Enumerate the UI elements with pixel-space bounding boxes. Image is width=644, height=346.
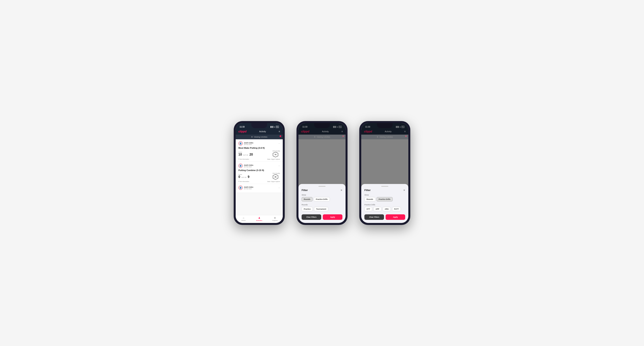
status-icons-1: ▐▐▐ ▲ 51 (270, 126, 279, 128)
filter-title-3: Filter (364, 189, 371, 192)
sheet-handle-3 (381, 186, 388, 187)
user-date-2: 28 Feb 2023 (244, 166, 253, 168)
header-title-1: Activity (259, 130, 266, 133)
viewing-bar-1[interactable]: ⚙ Viewing Activities (236, 135, 283, 139)
sheet-header-2: Filter ✕ (302, 189, 342, 192)
bottom-nav-1: ⌂ Home ♟ Activities ⊕ Capture (236, 215, 283, 223)
content-1: 👤 Josh Coles 28 Feb 2023 ··· Must Make P… (236, 139, 283, 215)
show-buttons-3: Rounds Practice Drills (364, 197, 405, 201)
avatar-3: 👤 (238, 185, 243, 190)
score-label-1: Score (238, 152, 253, 153)
filter-overlay-2: Filter ✕ Show Rounds Practice Drills Rou… (298, 123, 346, 223)
user-date-3: 28 Feb 2023 (244, 188, 253, 189)
score-label-2: Score (238, 174, 250, 175)
nav-capture-1[interactable]: ⊕ Capture (267, 216, 283, 221)
apply-btn-2[interactable]: Apply (323, 214, 342, 220)
filter-sheet-3: Filter ✕ Show Rounds Practice Drills Pra… (361, 184, 408, 223)
rounds-label-2: Rounds (302, 204, 342, 206)
more-icon-1[interactable]: ··· (278, 143, 280, 145)
rounds-show-btn-3[interactable]: Rounds (364, 197, 375, 201)
tournament-btn-2[interactable]: Tournament (314, 207, 328, 211)
data-source-1: Data: Clippd Capture (267, 159, 280, 160)
user-info-1: 👤 Josh Coles 28 Feb 2023 (238, 141, 253, 146)
user-date-1: 28 Feb 2023 (244, 144, 253, 145)
drills-buttons-3: OTT APP ARG PUTT (364, 207, 405, 211)
wifi-icon: ▲ (274, 126, 275, 128)
show-buttons-2: Rounds Practice Drills (302, 197, 342, 201)
sheet-handle-2 (318, 186, 326, 187)
quality-badge-1: 75 (272, 152, 278, 158)
status-time-1: 11:33 (240, 126, 245, 128)
practice-btn-2[interactable]: Practice (302, 207, 313, 211)
filter-title-2: Filter (302, 189, 308, 192)
activities-icon-1: ♟ (258, 216, 260, 219)
nav-activities-1[interactable]: ♟ Activities (251, 216, 267, 221)
activities-label-1: Activities (256, 220, 262, 221)
more-icon-3[interactable]: ··· (278, 187, 280, 189)
data-source-2: Data: Clippd Capture (267, 181, 280, 182)
outof-value-2: 9 (248, 175, 250, 179)
more-icon-2[interactable]: ··· (278, 165, 280, 167)
ott-btn-3[interactable]: OTT (364, 207, 372, 211)
home-label-1: Home (241, 220, 246, 221)
logo-1: clippd (238, 130, 246, 133)
clear-filters-btn-2[interactable]: Clear Filters (302, 214, 321, 220)
practice-drills-show-btn-3[interactable]: Practice Drills (376, 197, 393, 201)
activity-title-1: Must Make Putting (3-6 ft) (238, 147, 280, 149)
activity-title-2: Putting Combine (3-15 ft) (238, 169, 280, 172)
outof-label-2: OUT OF (241, 177, 246, 178)
user-name-1: Josh Coles (244, 142, 253, 144)
status-bar-1: 11:33 ▐▐▐ ▲ 51 (236, 123, 283, 129)
show-label-2: Show (302, 194, 342, 196)
sheet-actions-3: Clear Filters Apply (364, 214, 405, 220)
close-filter-3[interactable]: ✕ (403, 189, 405, 192)
avatar-2: 👤 (238, 164, 243, 168)
activity-card-1: 👤 Josh Coles 28 Feb 2023 ··· Must Make P… (236, 139, 283, 162)
quality-badge-2: 45 (272, 174, 278, 180)
filter-overlay-3: Filter ✕ Show Rounds Practice Drills Pra… (361, 123, 408, 223)
sheet-actions-2: Clear Filters Apply (302, 214, 342, 220)
practice-drills-show-btn-2[interactable]: Practice Drills (314, 197, 330, 201)
signal-icon: ▐▐▐ (270, 126, 273, 128)
score-value-2: 0 (238, 175, 240, 179)
phone-2: 11:33 ▐▐▐ ▲ 51 clippd Activity ≡ ⚙ Viewi… (296, 121, 348, 225)
sheet-header-3: Filter ✕ (364, 189, 405, 192)
capture-label-1: Capture (272, 220, 278, 221)
nav-home-1[interactable]: ⌂ Home (236, 216, 251, 221)
rounds-show-btn-2[interactable]: Rounds (302, 197, 312, 201)
quality-label-2: Shot Quality (272, 173, 280, 174)
battery-icon: 51 (276, 126, 279, 128)
phone-1: 11:33 ▐▐▐ ▲ 51 clippd Activity ≡ ⚙ Viewi… (234, 121, 285, 225)
apply-btn-3[interactable]: Apply (386, 214, 405, 220)
user-name-2: Josh Coles (244, 164, 253, 166)
avatar-1: 👤 (238, 141, 243, 146)
show-label-3: Show (364, 194, 405, 196)
home-icon-1: ⌂ (243, 216, 244, 219)
test-info-2: ℹ Test Information (238, 181, 249, 182)
notification-dot-1 (280, 135, 281, 137)
menu-icon-1[interactable]: ≡ (279, 130, 280, 133)
score-value-1: 10 (238, 153, 242, 156)
app-btn-3[interactable]: APP (374, 207, 382, 211)
activity-card-3-partial: 👤 Josh Coles 28 Feb 2023 ··· (236, 184, 283, 193)
test-info-1: ℹ Test Information (238, 158, 249, 160)
close-filter-2[interactable]: ✕ (340, 189, 342, 192)
filter-sheet-2: Filter ✕ Show Rounds Practice Drills Rou… (298, 184, 346, 223)
user-info-3: 👤 Josh Coles 28 Feb 2023 (238, 185, 253, 190)
practice-drills-label-3: Practice Drills (364, 204, 405, 206)
scene: 11:33 ▐▐▐ ▲ 51 clippd Activity ≡ ⚙ Viewi… (222, 109, 422, 237)
filter-icon-1: ⚙ (251, 136, 253, 138)
outof-value-1: 20 (250, 153, 253, 156)
outof-label-1: OUT OF (243, 154, 248, 156)
app-header-1: clippd Activity ≡ (236, 129, 283, 135)
clear-filters-btn-3[interactable]: Clear Filters (364, 214, 384, 220)
phone-3: 11:33 ▐▐▐ ▲ 51 clippd Activity ≡ ⚙ Viewi… (359, 121, 410, 225)
rounds-buttons-2: Practice Tournament (302, 207, 342, 211)
putt-btn-3[interactable]: PUTT (392, 207, 401, 211)
activity-card-2: 👤 Josh Coles 28 Feb 2023 ··· Putting Com… (236, 162, 283, 184)
viewing-label-1: Viewing Activities (254, 136, 268, 138)
arg-btn-3[interactable]: ARG (383, 207, 391, 211)
quality-label-1: Shot Quality (272, 150, 280, 152)
user-info-2: 👤 Josh Coles 28 Feb 2023 (238, 164, 253, 168)
user-name-3: Josh Coles (244, 186, 253, 188)
